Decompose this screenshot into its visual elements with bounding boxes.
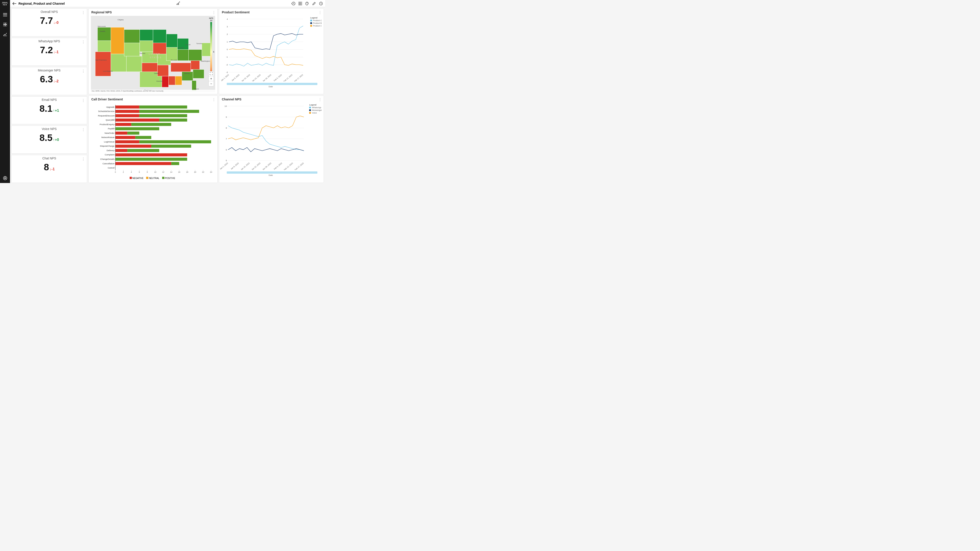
card-menu-icon[interactable]: ⋮ [81, 69, 85, 73]
svg-text:Calgary: Calgary [118, 19, 124, 21]
chart-icon[interactable] [3, 32, 7, 37]
sidebar: JOUL ICA [0, 0, 10, 183]
svg-text:Jan 15, 2023: Jan 15, 2023 [240, 162, 250, 170]
svg-text:7: 7 [226, 137, 227, 140]
time-slider[interactable] [227, 83, 317, 85]
svg-rect-8 [178, 2, 179, 5]
map-zoom-in-icon[interactable]: + [209, 76, 213, 81]
svg-rect-24 [140, 41, 153, 52]
svg-text:Dallas: Dallas [154, 72, 159, 75]
svg-rect-15 [97, 27, 111, 41]
stacked-bar-chart: UpgradeScheduleServiceRequestDiscountQue… [89, 104, 215, 175]
user-icon[interactable] [3, 176, 7, 180]
svg-text:Jan 1, 2023: Jan 1, 2023 [221, 74, 229, 82]
history-icon[interactable] [291, 2, 295, 6]
svg-text:NetworkIssue: NetworkIssue [101, 136, 115, 138]
svg-text:QueryBill: QueryBill [106, 119, 115, 121]
svg-rect-39 [171, 63, 191, 72]
svg-text:Jan 22, 2023: Jan 22, 2023 [251, 74, 261, 82]
svg-rect-7 [178, 3, 178, 5]
grid-icon[interactable] [299, 2, 302, 5]
svg-rect-137 [115, 162, 171, 165]
svg-point-5 [5, 177, 6, 178]
card-menu-icon[interactable]: ⋮ [318, 11, 322, 15]
card-menu-icon[interactable]: ⋮ [318, 97, 322, 102]
card-menu-icon[interactable]: ⋮ [81, 11, 85, 15]
svg-rect-28 [153, 30, 166, 43]
svg-text:Jan 29, 2023: Jan 29, 2023 [262, 162, 272, 170]
chart-legend: Legend WhatsApp Messenger Voice [309, 104, 322, 114]
add-chart-icon[interactable] [176, 2, 180, 6]
kpi-label: Messenger NPS [38, 68, 60, 72]
card-menu-icon[interactable]: ⋮ [81, 98, 85, 103]
card-title: Call Driver Sentiment [89, 96, 217, 103]
svg-rect-89 [139, 106, 187, 109]
svg-rect-119 [115, 140, 139, 143]
svg-text:-3: -3 [226, 71, 228, 73]
map-fullscreen-icon[interactable]: ⛶ [209, 71, 213, 76]
svg-rect-112 [127, 132, 139, 135]
svg-rect-124 [151, 144, 191, 148]
main: Regional, Product and Channel ⋮ Overall … [10, 0, 325, 183]
svg-rect-111 [115, 132, 127, 135]
call-driver-card: ⋮ Call Driver Sentiment UpgradeScheduleS… [88, 95, 218, 183]
back-button[interactable] [12, 2, 17, 5]
svg-text:3: 3 [227, 25, 228, 28]
kpi-label: Email NPS [41, 98, 57, 102]
channel-nps-chart[interactable]: Legend WhatsApp Messenger Voice 5678910J… [219, 103, 324, 183]
svg-text:5: 5 [226, 159, 227, 162]
card-menu-icon[interactable]: ⋮ [81, 40, 85, 44]
map-controls: ⛶ + − [208, 71, 214, 86]
svg-rect-6 [177, 4, 177, 5]
svg-text:24: 24 [210, 171, 212, 173]
svg-rect-3 [5, 25, 7, 26]
svg-rect-1 [5, 23, 7, 24]
kpi-value: 8 [44, 162, 49, 173]
card-menu-icon[interactable]: ⋮ [81, 127, 85, 132]
svg-text:Denver: Denver [140, 52, 145, 54]
regional-nps-card: ⋮ Regional NPS [88, 8, 218, 94]
map-zoom-out-icon[interactable]: − [209, 81, 213, 86]
kpi-delta: ↓-1 [49, 167, 54, 171]
clock-icon[interactable] [319, 2, 323, 6]
kpi-overall-nps: ⋮ Overall NPS 7.7↓-0 [11, 8, 87, 37]
svg-rect-93 [139, 110, 199, 113]
svg-text:12: 12 [162, 171, 164, 173]
svg-rect-88 [115, 106, 139, 109]
svg-text:Los Angeles: Los Angeles [103, 70, 113, 72]
svg-rect-127 [115, 149, 127, 152]
svg-rect-42 [191, 60, 200, 70]
svg-text:9: 9 [226, 116, 227, 118]
svg-rect-43 [193, 70, 204, 78]
kpi-delta: ↓-0 [54, 21, 59, 25]
map[interactable]: Calgary Vancouver Seattle San Francisco … [91, 16, 215, 92]
svg-rect-16 [97, 41, 111, 52]
page-title: Regional, Product and Channel [19, 2, 65, 5]
svg-rect-33 [166, 34, 178, 48]
logo: JOUL ICA [0, 2, 10, 6]
svg-rect-35 [169, 76, 175, 85]
dashboard-icon[interactable] [3, 22, 7, 27]
kpi-value: 7.2 [40, 45, 53, 56]
edit-icon[interactable] [312, 2, 316, 5]
svg-text:4: 4 [227, 18, 228, 20]
kpi-email-nps: ⋮ Email NPS 8.1↑+1 [11, 97, 87, 124]
content-grid: ⋮ Overall NPS 7.7↓-0 ⋮ WhatsApp NPS 7.2↓… [10, 7, 325, 183]
card-menu-icon[interactable]: ⋮ [212, 11, 216, 15]
time-slider[interactable] [227, 171, 317, 174]
svg-rect-108 [115, 127, 159, 130]
svg-text:6: 6 [139, 171, 140, 173]
menu-icon[interactable] [3, 13, 7, 17]
card-title: Regional NPS [89, 9, 217, 16]
call-driver-chart[interactable]: UpgradeScheduleServiceRequestDiscountQue… [89, 103, 217, 183]
svg-text:-2: -2 [226, 64, 228, 66]
svg-rect-138 [171, 162, 179, 165]
svg-rect-101 [159, 118, 187, 122]
product-sentiment-chart[interactable]: Legend Product C Product B Product A -3-… [219, 16, 324, 94]
svg-rect-0 [3, 23, 5, 24]
svg-text:0: 0 [227, 48, 228, 51]
card-menu-icon[interactable]: ⋮ [212, 97, 216, 102]
card-menu-icon[interactable]: ⋮ [81, 157, 85, 161]
palette-icon[interactable] [305, 2, 309, 6]
line-chart: -3-2-101234Jan 1, 2023Jan 8, 2023Jan 15,… [220, 17, 321, 81]
